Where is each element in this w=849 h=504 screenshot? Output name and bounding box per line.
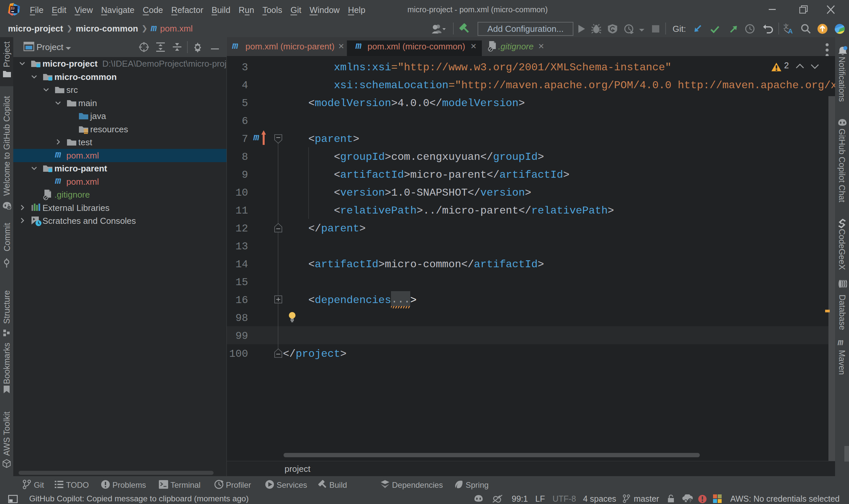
svg-text:A: A: [788, 28, 793, 35]
svg-text:?: ?: [689, 498, 691, 503]
svg-text:IJ: IJ: [11, 7, 15, 10]
svg-text:?: ?: [8, 206, 10, 210]
